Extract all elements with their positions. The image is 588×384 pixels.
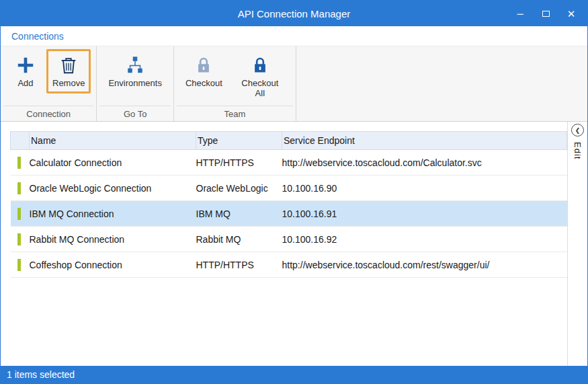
- table-row[interactable]: Rabbit MQ Connection Rabbit MQ 10.100.16…: [11, 227, 567, 252]
- header-name[interactable]: Name: [30, 132, 196, 150]
- ribbon-group-team: Checkout Checkout All Team: [174, 46, 296, 121]
- status-indicator-bar: [17, 208, 21, 220]
- minimize-icon: ─: [517, 9, 523, 18]
- close-icon: ✕: [567, 9, 576, 19]
- edit-panel-label[interactable]: Edit: [573, 142, 583, 159]
- row-endpoint[interactable]: 10.100.16.90: [282, 176, 567, 201]
- titlebar[interactable]: API Connection Manager ─ ✕: [1, 1, 587, 26]
- connections-table-area: Name Type Service Endpoint Calculator Co…: [1, 122, 567, 366]
- checkout-all-button-label: Checkout All: [236, 79, 284, 99]
- tab-connections[interactable]: Connections: [11, 31, 64, 42]
- window-title: API Connection Manager: [1, 8, 587, 20]
- status-text: 1 items selected: [7, 369, 75, 380]
- status-bar: 1 items selected: [1, 366, 587, 383]
- row-indicator-cell: [11, 201, 30, 227]
- row-endpoint[interactable]: http://webservice.toscacloud.com/rest/sw…: [282, 252, 567, 278]
- row-endpoint[interactable]: http://webservice.toscacloud.com/Calcula…: [282, 150, 567, 176]
- row-name[interactable]: Oracle WebLogic Connection: [30, 176, 196, 201]
- minimize-button[interactable]: ─: [515, 7, 526, 20]
- environments-sitemap-icon: [125, 53, 145, 77]
- trash-icon: [58, 53, 79, 77]
- ribbon-group-label-connection: Connection: [3, 106, 93, 121]
- environments-button[interactable]: Environments: [102, 49, 167, 93]
- add-button-label: Add: [17, 79, 33, 89]
- table-row[interactable]: Coffeshop Connection HTTP/HTTPS http://w…: [11, 252, 567, 278]
- ribbon-group-connection: Add Remove Connection: [1, 46, 97, 121]
- content-area: Name Type Service Endpoint Calculator Co…: [1, 122, 587, 366]
- ribbon: Add Remove Connection: [1, 46, 587, 122]
- row-name[interactable]: Coffeshop Connection: [30, 252, 196, 278]
- edit-side-panel: ❮ Edit: [567, 122, 587, 366]
- checkout-button-label: Checkout: [185, 79, 222, 89]
- header-service-endpoint[interactable]: Service Endpoint: [282, 132, 567, 150]
- row-name[interactable]: Rabbit MQ Connection: [30, 227, 196, 252]
- table-row[interactable]: IBM MQ Connection IBM MQ 10.100.16.91: [11, 201, 567, 227]
- checkout-button[interactable]: Checkout: [179, 49, 228, 93]
- ribbon-group-label-goto: Go To: [99, 106, 170, 121]
- plus-icon: [15, 53, 36, 77]
- row-indicator-cell: [11, 150, 30, 176]
- status-indicator-bar: [17, 157, 21, 169]
- lock-icon: [194, 53, 213, 77]
- row-indicator-cell: [11, 252, 30, 278]
- checkout-all-button[interactable]: Checkout All: [230, 49, 290, 104]
- chevron-left-icon: ❮: [575, 127, 581, 134]
- table-row[interactable]: Calculator Connection HTTP/HTTPS http://…: [11, 150, 567, 176]
- row-endpoint[interactable]: 10.100.16.91: [282, 201, 567, 227]
- row-type[interactable]: Oracle WebLogic: [196, 176, 282, 201]
- table-row[interactable]: Oracle WebLogic Connection Oracle WebLog…: [11, 176, 567, 201]
- ribbon-group-goto: Environments Go To: [97, 46, 173, 121]
- environments-button-label: Environments: [108, 79, 161, 89]
- ribbon-group-label-team: Team: [177, 106, 293, 121]
- row-name[interactable]: Calculator Connection: [30, 150, 196, 176]
- ribbon-tab-row: Connections: [1, 26, 587, 46]
- expand-panel-button[interactable]: ❮: [571, 124, 584, 137]
- maximize-button[interactable]: [540, 7, 551, 20]
- lock-all-icon: [251, 53, 269, 77]
- status-indicator-bar: [17, 182, 21, 194]
- header-type[interactable]: Type: [196, 132, 282, 150]
- row-name[interactable]: IBM MQ Connection: [30, 201, 196, 227]
- connections-table: Name Type Service Endpoint Calculator Co…: [10, 131, 567, 278]
- remove-button-label: Remove: [52, 79, 85, 89]
- window-controls: ─ ✕: [515, 7, 587, 20]
- row-indicator-cell: [11, 176, 30, 201]
- table-body: Calculator Connection HTTP/HTTPS http://…: [11, 150, 567, 278]
- status-indicator-bar: [17, 259, 21, 271]
- header-indicator-column: [11, 132, 30, 150]
- app-window: API Connection Manager ─ ✕ Connections: [0, 0, 588, 384]
- row-type[interactable]: IBM MQ: [196, 201, 282, 227]
- row-indicator-cell: [11, 227, 30, 252]
- maximize-icon: [542, 11, 550, 17]
- row-endpoint[interactable]: 10.100.16.92: [282, 227, 567, 252]
- close-button[interactable]: ✕: [566, 7, 577, 20]
- row-type[interactable]: HTTP/HTTPS: [196, 150, 282, 176]
- add-button[interactable]: Add: [6, 49, 45, 93]
- status-indicator-bar: [17, 233, 21, 245]
- remove-button[interactable]: Remove: [46, 49, 91, 93]
- row-type[interactable]: HTTP/HTTPS: [196, 252, 282, 278]
- row-type[interactable]: Rabbit MQ: [196, 227, 282, 252]
- table-header-row: Name Type Service Endpoint: [11, 132, 567, 150]
